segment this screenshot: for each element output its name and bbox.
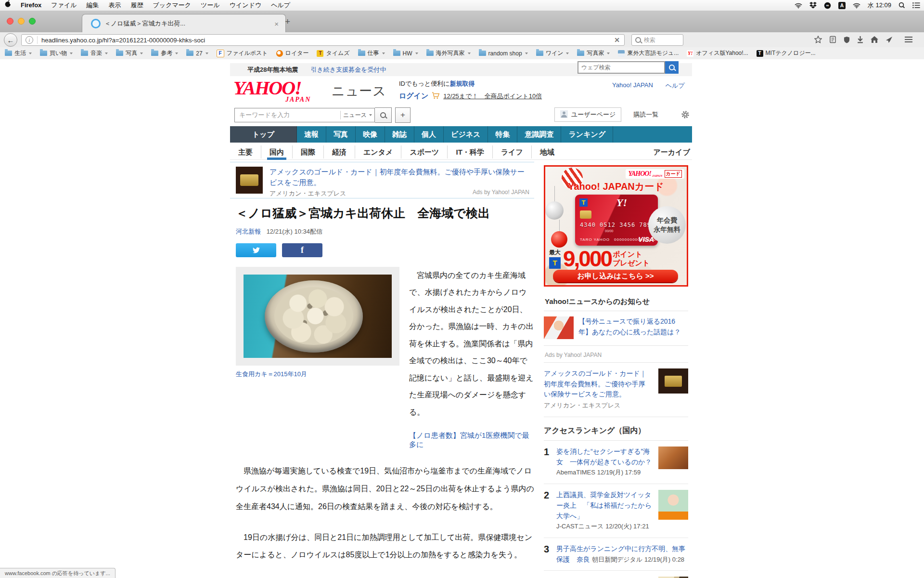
url-text[interactable]: headlines.yahoo.co.jp/hl?a=20161221-0000… xyxy=(41,37,610,44)
menu-window[interactable]: ウインドウ xyxy=(225,0,267,11)
ranking-link[interactable]: 上西議員、奨学金反対ツイッター炎上 「私は裕福だったから大学へ」 xyxy=(556,491,652,519)
bookmark-star-icon[interactable] xyxy=(814,36,822,43)
ad-title-link[interactable]: アメックスのゴールド・カード｜初年度年会費無料。ご優待や手厚い保険サービスをご用… xyxy=(270,167,529,188)
login-link[interactable]: ログイン xyxy=(399,92,428,101)
nav-tab-survey[interactable]: 意識調査 xyxy=(517,126,561,143)
bookmark-item-reuters[interactable]: ロイター xyxy=(276,49,309,57)
nav-tab-sokuho[interactable]: 速報 xyxy=(297,126,326,143)
twitter-share-button[interactable] xyxy=(236,243,276,257)
bookmark-folder-10[interactable]: HW xyxy=(393,50,418,57)
ranking-link[interactable]: 姿を消した“セクシーすぎる”海女 一体何が起きているのか？ xyxy=(556,447,652,466)
bookmark-folder-1[interactable]: 買い物 xyxy=(40,49,73,57)
bookmark-folder-0[interactable]: 生活 xyxy=(5,49,32,57)
notice-item-link[interactable]: 【号外ニュースで振り返る2016年】あなたの心に残った話題は？ xyxy=(578,316,688,339)
search-category-dropdown[interactable]: ニュース xyxy=(340,111,374,119)
yahoo-card-ad[interactable]: YAHOO! JAPAN カード Yahoo! JAPANカード T Y! 43… xyxy=(544,165,688,287)
user-page-button[interactable]: ユーザーページ xyxy=(554,107,621,122)
url-bar[interactable]: i headlines.yahoo.co.jp/hl?a=20161221-00… xyxy=(21,34,625,46)
menu-bookmarks[interactable]: ブックマーク xyxy=(148,0,196,11)
figure-caption[interactable]: 生食用カキ＝2015年10月 xyxy=(236,370,399,379)
subnav-archive[interactable]: アーカイブ xyxy=(645,145,692,158)
tab-close-icon[interactable]: × xyxy=(272,20,281,28)
apple-menu[interactable] xyxy=(0,0,16,11)
subnav-sports[interactable]: スポーツ xyxy=(401,145,447,158)
menu-file[interactable]: ファイル xyxy=(46,0,81,11)
subnav-major[interactable]: 主要 xyxy=(230,145,261,158)
menu-tools[interactable]: ツール xyxy=(196,0,225,11)
wifi-icon[interactable] xyxy=(853,2,860,9)
notice-link[interactable]: 引き続き支援募金を受付中 xyxy=(310,66,386,74)
ads-by-label[interactable]: Ads by Yahoo! JAPAN xyxy=(544,346,688,363)
subnav-entertainment[interactable]: エンタメ xyxy=(355,145,401,158)
notice-title[interactable]: 平成28年熊本地震 xyxy=(247,66,298,74)
window-zoom-button[interactable] xyxy=(29,18,36,25)
nav-tab-ranking[interactable]: ランキング xyxy=(561,126,613,143)
nav-tab-personal[interactable]: 個人 xyxy=(414,126,444,143)
settings-gear-icon[interactable] xyxy=(681,110,690,119)
keyword-search-button[interactable] xyxy=(375,107,392,123)
spotlight-icon[interactable] xyxy=(898,2,905,9)
window-minimize-button[interactable] xyxy=(18,18,25,25)
input-method-icon[interactable]: A xyxy=(838,2,846,9)
bookmark-folder-12[interactable]: random shop xyxy=(479,50,528,57)
subnav-region[interactable]: 地域 xyxy=(531,145,563,158)
new-tab-button[interactable]: + xyxy=(285,16,290,27)
shield-icon[interactable] xyxy=(844,36,850,43)
downloads-icon[interactable] xyxy=(857,36,863,43)
stop-icon[interactable]: ✕ xyxy=(610,36,624,44)
ranking-thumbnail[interactable] xyxy=(658,447,688,469)
ads-by-label[interactable]: Ads by Yahoo! JAPAN xyxy=(473,189,529,196)
subnav-it-science[interactable]: IT・科学 xyxy=(447,145,492,158)
bookmark-item-mit[interactable]: TMITテクノロジー... xyxy=(757,49,816,57)
bookmark-folder-11[interactable]: 海外写真家 xyxy=(426,49,471,57)
notice-thumbnail[interactable] xyxy=(544,316,574,339)
keyword-search-field[interactable]: キーワードを入力 ニュース xyxy=(234,108,375,122)
bookmark-folder-14[interactable]: 写真家 xyxy=(577,49,610,57)
bookmark-folder-9[interactable]: 仕事 xyxy=(358,49,385,57)
subnav-economy[interactable]: 経済 xyxy=(323,145,355,158)
creative-cloud-icon[interactable]: ∞ xyxy=(824,2,831,9)
site-info-icon[interactable]: i xyxy=(26,36,33,44)
subnav-life[interactable]: ライフ xyxy=(492,145,531,158)
bookmark-folder-2[interactable]: 音楽 xyxy=(81,49,108,57)
window-close-button[interactable] xyxy=(7,18,13,25)
notification-center-icon[interactable] xyxy=(912,2,920,8)
subscription-link[interactable]: 購読一覧 xyxy=(633,110,658,119)
browser-tab[interactable]: ＜ノロ猛威＞宮城カキ出荷... × xyxy=(82,14,286,33)
menubar-clock[interactable]: 水 12:09 xyxy=(868,1,891,10)
amex-ad-link[interactable]: アメックスのゴールド・カード｜初年度年会費無料。ご優待や手厚い保険サービスをご用… xyxy=(544,368,649,400)
dropbox-icon[interactable] xyxy=(809,2,817,9)
send-tab-icon[interactable] xyxy=(886,36,893,43)
card-apply-button[interactable]: お申し込みはこちら >> xyxy=(553,270,678,282)
ranking-thumbnail[interactable] xyxy=(658,490,688,520)
browser-search-bar[interactable]: 検索 xyxy=(631,34,683,46)
help-link[interactable]: ヘルプ xyxy=(666,81,685,90)
bookmark-folder-3[interactable]: 写真 xyxy=(116,49,143,57)
menu-icon[interactable] xyxy=(905,37,912,44)
nav-tab-business[interactable]: ビジネス xyxy=(444,126,488,143)
bookmark-folder-4[interactable]: 参考 xyxy=(151,49,178,57)
yahoo-japan-link[interactable]: Yahoo! JAPAN xyxy=(612,81,653,90)
web-search-input[interactable] xyxy=(578,61,665,74)
bookmark-item-times[interactable]: Tタイムズ xyxy=(317,49,349,57)
menu-view[interactable]: 表示 xyxy=(104,0,126,11)
menu-edit[interactable]: 編集 xyxy=(82,0,104,11)
back-button[interactable]: ← xyxy=(4,33,17,47)
promo-link[interactable]: 12/25まで！ 全商品ポイント10倍 xyxy=(443,92,542,101)
pocket-icon[interactable] xyxy=(829,36,836,43)
amex-thumbnail[interactable] xyxy=(658,368,688,394)
menu-help[interactable]: ヘルプ xyxy=(266,0,295,11)
nav-tab-feature[interactable]: 特集 xyxy=(488,126,517,143)
bookmark-item-tufs[interactable]: 東外大言語モジュ... xyxy=(618,49,679,57)
subnav-world[interactable]: 国際 xyxy=(292,145,323,158)
bookmark-folder-5[interactable]: 27 xyxy=(186,50,208,57)
home-icon[interactable] xyxy=(871,36,878,43)
signup-link[interactable]: 新規取得 xyxy=(449,80,475,87)
add-keyword-button[interactable]: + xyxy=(395,107,411,123)
oyster-photo[interactable] xyxy=(244,275,392,358)
bookmark-folder-13[interactable]: ワイン xyxy=(536,49,569,57)
nav-tab-photo[interactable]: 写真 xyxy=(326,126,356,143)
related-inline-link[interactable]: 【ノロ患者数】宮城が1医療機関で最多に xyxy=(409,431,534,449)
nav-tab-top[interactable]: トップ xyxy=(230,126,297,143)
web-search-button[interactable] xyxy=(665,61,679,74)
